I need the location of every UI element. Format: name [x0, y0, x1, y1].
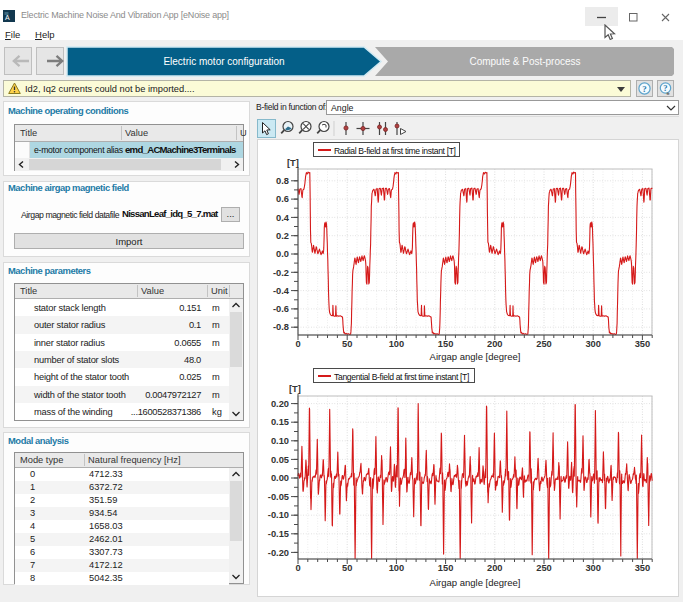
- svg-text:0: 0: [295, 339, 300, 349]
- svg-text:0.00: 0.00: [271, 473, 289, 483]
- svg-text:-0.05: -0.05: [268, 492, 289, 502]
- svg-text:0: 0: [295, 563, 300, 573]
- svg-text:-0.4: -0.4: [273, 286, 290, 296]
- svg-text:100: 100: [389, 339, 405, 349]
- svg-text:150: 150: [438, 563, 454, 573]
- svg-text:-0.2: -0.2: [273, 268, 289, 278]
- svg-text:0.0: 0.0: [276, 249, 289, 259]
- svg-text:200: 200: [487, 339, 503, 349]
- svg-text:0.6: 0.6: [276, 194, 289, 204]
- svg-text:250: 250: [536, 339, 552, 349]
- svg-text:200: 200: [487, 563, 503, 573]
- svg-text:[T]: [T]: [289, 384, 301, 394]
- svg-text:100: 100: [389, 563, 405, 573]
- svg-text:150: 150: [438, 339, 454, 349]
- svg-text:-0.8: -0.8: [273, 322, 289, 332]
- svg-text:0.2: 0.2: [276, 231, 289, 241]
- svg-text:50: 50: [342, 563, 352, 573]
- svg-text:[T]: [T]: [287, 158, 299, 168]
- svg-text:-0.15: -0.15: [268, 529, 289, 539]
- svg-text:250: 250: [536, 563, 552, 573]
- svg-text:350: 350: [635, 563, 651, 573]
- svg-text:0.8: 0.8: [276, 176, 289, 186]
- svg-text:0.10: 0.10: [271, 436, 289, 446]
- svg-text:-0.6: -0.6: [273, 304, 289, 314]
- svg-text:-0.20: -0.20: [268, 548, 289, 558]
- svg-text:300: 300: [585, 339, 601, 349]
- svg-text:0.15: 0.15: [271, 417, 289, 427]
- svg-text:0.20: 0.20: [271, 399, 289, 409]
- svg-text:Airgap angle [degree]: Airgap angle [degree]: [430, 351, 521, 362]
- svg-text:Airgap angle [degree]: Airgap angle [degree]: [430, 577, 521, 588]
- svg-text:50: 50: [342, 339, 352, 349]
- svg-text:0.4: 0.4: [276, 213, 290, 223]
- svg-text:0.05: 0.05: [271, 455, 289, 465]
- svg-text:350: 350: [635, 339, 651, 349]
- svg-text:-0.10: -0.10: [268, 510, 289, 520]
- svg-text:300: 300: [585, 563, 601, 573]
